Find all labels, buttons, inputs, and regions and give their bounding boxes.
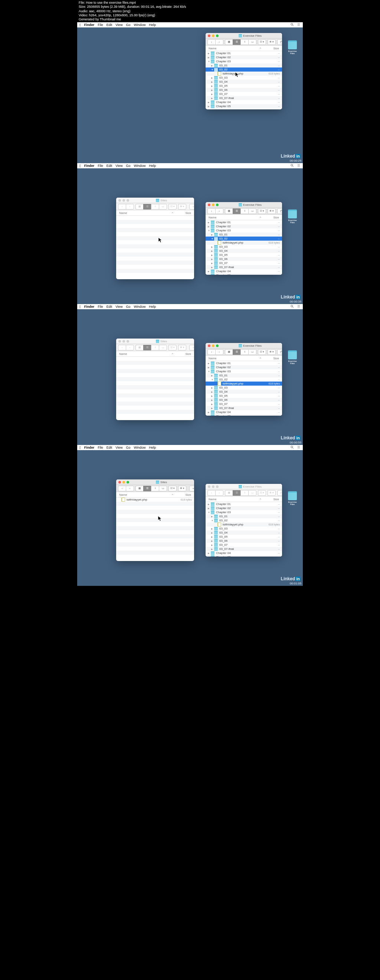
disclosure-closed-icon[interactable]: ▶ [211,402,214,405]
menu-edit[interactable]: Edit [107,305,112,309]
minimize-icon[interactable] [212,485,214,488]
folder-row[interactable]: ▶03_07-final-- [206,547,282,551]
folder-row[interactable]: ▶03_03-- [206,386,282,390]
disclosure-open-icon[interactable]: ▼ [211,238,214,240]
disclosure-closed-icon[interactable]: ▶ [208,556,211,557]
folder-row[interactable]: ▶Chapter 01-- [206,220,282,224]
view-column-button[interactable]: ⫴ [241,39,248,45]
disclosure-open-icon[interactable]: ▼ [208,60,211,63]
list-icon[interactable] [297,164,300,168]
view-gallery-button[interactable]: ▭ [248,39,256,45]
folder-row[interactable]: ▶03_05-- [206,253,282,257]
titlebar[interactable]: Sites [116,197,194,203]
folder-row[interactable]: ▶03_03-- [206,527,282,531]
view-icon-button[interactable]: ▦ [136,486,143,491]
disclosure-open-icon[interactable]: ▼ [208,371,211,373]
back-button[interactable]: ‹ [208,39,215,45]
disclosure-closed-icon[interactable]: ▶ [211,548,214,550]
menu-file[interactable]: File [97,164,103,168]
folder-row[interactable]: ▶03_07-final-- [206,265,282,269]
view-column-button[interactable]: ⫴ [151,345,159,350]
file-row[interactable]: isitfridayyet.php618 bytes [206,382,282,386]
titlebar[interactable]: Exercise Files [206,484,282,490]
titlebar[interactable]: Sites [116,339,194,344]
folder-row[interactable]: ▶Chapter 05-- [206,414,282,416]
disclosure-closed-icon[interactable]: ▶ [211,254,214,256]
disclosure-closed-icon[interactable]: ▶ [211,387,214,389]
folder-row[interactable]: ▶Chapter 04-- [206,551,282,555]
folder-row[interactable]: ▶Chapter 05-- [206,104,282,108]
close-icon[interactable] [208,344,211,347]
folder-row[interactable]: ▶Chapter 04-- [206,410,282,414]
folder-row[interactable]: ▶03_01-- [206,514,282,519]
view-list-button[interactable]: ☰ [143,486,151,491]
disclosure-closed-icon[interactable]: ▶ [211,233,214,236]
arrange-button[interactable]: ☷ ▾ [168,486,177,491]
minimize-icon[interactable] [212,204,214,206]
minimize-icon[interactable] [123,481,125,484]
folder-row[interactable]: ▶03_07-final-- [206,96,282,100]
disclosure-closed-icon[interactable]: ▶ [211,395,214,397]
menu-file[interactable]: File [97,305,103,309]
folder-row[interactable]: ▶03_06-- [206,257,282,261]
menu-help[interactable]: Help [149,446,156,449]
col-name[interactable]: Name [119,493,170,496]
folder-row[interactable]: ▶Chapter 05-- [206,273,282,275]
folder-row[interactable]: ▶Chapter 05-- [206,555,282,557]
disclosure-open-icon[interactable]: ▼ [208,229,211,232]
forward-button[interactable]: › [215,208,224,214]
menu-view[interactable]: View [115,164,123,168]
disclosure-closed-icon[interactable]: ▶ [208,56,211,59]
zoom-icon[interactable] [126,340,129,343]
folder-row[interactable]: ▶03_03-- [206,76,282,80]
col-size[interactable]: Size [263,216,279,219]
folder-row[interactable]: ▶03_04-- [206,80,282,84]
folder-row[interactable]: ▶Chapter 01-- [206,51,282,55]
share-button[interactable] [277,39,282,45]
disclosure-closed-icon[interactable]: ▶ [211,535,214,538]
list-icon[interactable] [297,304,300,309]
view-list-button[interactable]: ☰ [233,208,241,214]
close-icon[interactable] [208,35,211,37]
view-icon-button[interactable]: ▦ [136,345,143,350]
disclosure-closed-icon[interactable]: ▶ [211,250,214,252]
sort-indicator-icon[interactable]: ^ [258,357,263,360]
menu-edit[interactable]: Edit [107,164,112,168]
action-button[interactable]: ✻ ▾ [268,208,276,214]
titlebar[interactable]: Exercise Files [206,202,282,208]
app-name[interactable]: Finder [84,23,95,27]
finder-window-sites[interactable]: Sites‹›▦☰⫴▭☷ ▾✻ ▾»Name^Sizeisitfridayyet… [116,479,194,561]
desktop-folder[interactable]: Exercise Files [287,350,298,364]
disclosure-closed-icon[interactable]: ▶ [208,221,211,224]
disclosure-closed-icon[interactable]: ▶ [208,105,211,108]
back-button[interactable]: ‹ [118,486,126,491]
zoom-icon[interactable] [126,199,129,202]
zoom-icon[interactable] [216,35,219,37]
disclosure-closed-icon[interactable]: ▶ [208,270,211,272]
list-icon[interactable] [297,445,300,450]
minimize-icon[interactable] [123,199,125,202]
sort-indicator-icon[interactable]: ^ [258,498,263,501]
folder-row[interactable]: ▶Chapter 04-- [206,100,282,104]
disclosure-closed-icon[interactable]: ▶ [211,262,214,264]
disclosure-closed-icon[interactable]: ▶ [208,225,211,228]
share-button[interactable] [277,208,282,214]
titlebar[interactable]: Exercise Files [206,343,282,348]
disclosure-closed-icon[interactable]: ▶ [211,97,214,99]
folder-row[interactable]: ▶Chapter 02-- [206,506,282,510]
col-name[interactable]: Name [119,212,170,215]
col-name[interactable]: Name [209,498,258,501]
apple-menu-icon[interactable]:  [80,164,81,168]
back-button[interactable]: ‹ [208,208,215,214]
apple-menu-icon[interactable]:  [80,446,81,450]
forward-button[interactable]: › [215,349,224,355]
folder-row[interactable]: ▶Chapter 04-- [206,269,282,273]
file-row[interactable]: isitfridayyet.php618 bytes [206,72,282,76]
folder-row[interactable]: ▶03_07-- [206,402,282,406]
folder-row[interactable]: ▶03_04-- [206,531,282,535]
view-gallery-button[interactable]: ▭ [248,490,256,496]
folder-row[interactable]: ▶03_06-- [206,88,282,92]
file-row[interactable]: isitfridayyet.php618 bytes [206,241,282,245]
titlebar[interactable]: Exercise Files [206,33,282,38]
apple-menu-icon[interactable]:  [80,305,81,309]
